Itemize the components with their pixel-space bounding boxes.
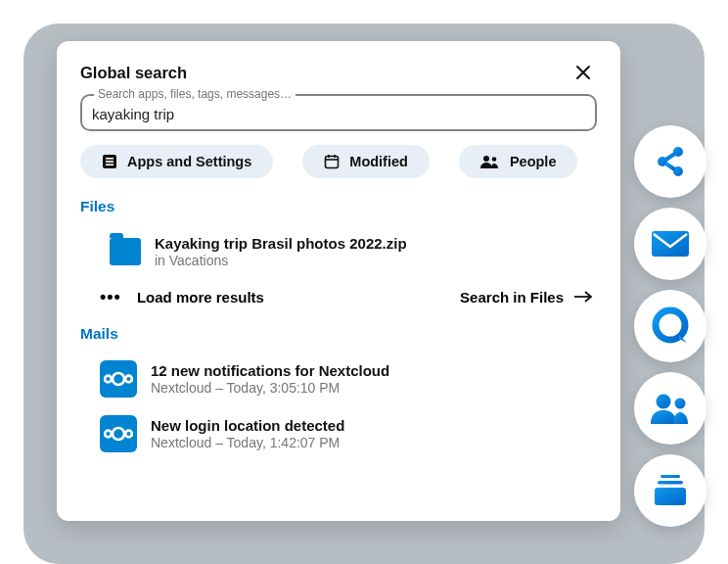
search-field-wrap[interactable]: Search apps, files, tags, messages…	[80, 94, 597, 131]
talk-icon	[650, 306, 691, 347]
svg-point-14	[113, 428, 124, 440]
search-input[interactable]	[92, 102, 585, 122]
load-more-button[interactable]: ••• Load more results	[100, 288, 264, 306]
close-button[interactable]	[569, 59, 597, 86]
filter-row: Apps and Settings Modified People	[80, 145, 597, 178]
mail-result-subtitle: Nextcloud – Today, 3:05:10 PM	[151, 380, 389, 396]
filter-modified[interactable]: Modified	[302, 145, 430, 178]
mail-result-text: 12 new notifications for Nextcloud Nextc…	[151, 362, 389, 396]
file-result-text: Kayaking trip Brasil photos 2022.zip in …	[155, 235, 407, 268]
filter-label: Apps and Settings	[127, 154, 251, 169]
svg-line-20	[666, 154, 675, 160]
more-icon: •••	[100, 288, 121, 306]
filter-label: People	[510, 154, 557, 169]
app-talk[interactable]	[634, 290, 706, 362]
svg-point-8	[483, 156, 489, 162]
contacts-icon	[649, 391, 692, 426]
svg-rect-27	[658, 481, 683, 485]
search-label: Search apps, files, tags, messages…	[94, 87, 296, 101]
filter-apps-settings[interactable]: Apps and Settings	[80, 145, 273, 178]
svg-rect-4	[326, 157, 339, 168]
search-in-label: Search in Files	[460, 289, 564, 306]
panel-header: Global search	[80, 59, 597, 86]
panel-title: Global search	[80, 64, 187, 82]
global-search-panel: Global search Search apps, files, tags, …	[57, 41, 620, 521]
svg-rect-28	[655, 488, 686, 505]
folder-icon	[110, 238, 141, 265]
svg-rect-26	[660, 475, 680, 478]
mail-result-title: 12 new notifications for Nextcloud	[151, 362, 389, 379]
svg-rect-3	[106, 164, 114, 165]
svg-rect-2	[106, 161, 114, 163]
share-icon	[651, 142, 690, 181]
search-in-files-button[interactable]: Search in Files	[460, 289, 593, 306]
nextcloud-icon	[100, 360, 137, 398]
load-row: ••• Load more results Search in Files	[80, 280, 597, 321]
filter-label: Modified	[349, 154, 408, 169]
nextcloud-icon	[100, 415, 137, 452]
svg-point-11	[113, 373, 124, 385]
section-mails-heading: Mails	[80, 325, 597, 343]
calendar-icon	[324, 154, 340, 169]
filter-people[interactable]: People	[459, 145, 578, 178]
svg-point-13	[125, 376, 132, 383]
svg-point-16	[125, 431, 132, 438]
arrow-right-icon	[573, 290, 593, 304]
app-share[interactable]	[634, 125, 706, 198]
file-result-title: Kayaking trip Brasil photos 2022.zip	[155, 235, 407, 252]
load-more-label: Load more results	[137, 289, 264, 306]
app-mail[interactable]	[634, 208, 706, 280]
list-icon	[102, 154, 117, 169]
svg-point-24	[657, 395, 671, 409]
app-bubble-column	[634, 125, 706, 527]
svg-rect-22	[652, 231, 689, 257]
mail-result-text: New login location detected Nextcloud – …	[151, 417, 344, 450]
svg-point-23	[656, 310, 685, 340]
app-deck[interactable]	[634, 454, 706, 527]
deck-icon	[651, 473, 690, 508]
file-result[interactable]: Kayaking trip Brasil photos 2022.zip in …	[80, 227, 597, 280]
mail-icon	[650, 229, 691, 258]
svg-point-15	[105, 431, 112, 438]
svg-point-12	[105, 376, 112, 383]
svg-rect-1	[106, 158, 114, 160]
app-contacts[interactable]	[634, 372, 706, 445]
close-icon	[575, 65, 591, 80]
file-result-subtitle: in Vacations	[155, 253, 407, 268]
mail-result-subtitle: Nextcloud – Today, 1:42:07 PM	[151, 435, 344, 450]
svg-point-25	[675, 399, 686, 409]
mail-result[interactable]: 12 new notifications for Nextcloud Nextc…	[80, 354, 597, 409]
svg-line-21	[666, 164, 675, 169]
mail-result-title: New login location detected	[151, 417, 344, 434]
mail-result[interactable]: New login location detected Nextcloud – …	[80, 409, 597, 464]
svg-point-9	[492, 157, 497, 162]
section-files-heading: Files	[80, 198, 597, 215]
people-icon	[480, 155, 500, 168]
